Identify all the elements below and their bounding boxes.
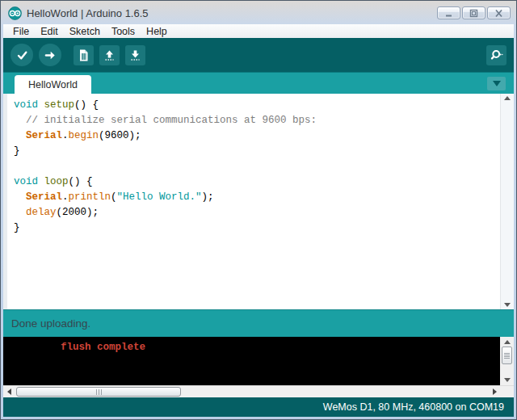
serial-monitor-button[interactable]	[486, 45, 506, 65]
tabbar: HelloWorld	[3, 72, 514, 94]
horizontal-scrollbar[interactable]	[3, 386, 500, 397]
checkmark-icon	[15, 48, 29, 62]
code-editor: void setup() { // initialize serial comm…	[3, 94, 514, 309]
maximize-button[interactable]	[462, 6, 485, 19]
arrow-right-icon	[44, 48, 57, 62]
console-scroll-up-icon[interactable]	[504, 340, 511, 344]
code-line: Serial.println("Hello World.");	[14, 190, 497, 205]
menu-file[interactable]: File	[7, 26, 35, 37]
close-icon	[493, 8, 505, 19]
arduino-ide-window: HelloWorld | Arduino 1.6.5 FileEditSketc…	[0, 0, 517, 420]
console-scroll-down-icon[interactable]	[504, 378, 511, 382]
new-sketch-button[interactable]	[74, 45, 94, 65]
scroll-down-icon[interactable]	[504, 303, 511, 307]
menu-help[interactable]: Help	[141, 26, 173, 37]
toolbar	[3, 38, 514, 72]
horizontal-scrollbar-thumb[interactable]	[16, 387, 181, 397]
code-line	[14, 159, 497, 174]
code-line: Serial.begin(9600);	[14, 128, 497, 144]
console-output: flush complete	[3, 337, 500, 385]
titlebar: HelloWorld | Arduino 1.6.5	[3, 3, 514, 24]
console-scrollbar-thumb[interactable]	[502, 346, 512, 364]
scroll-right-icon[interactable]	[489, 386, 500, 397]
menu-sketch[interactable]: Sketch	[64, 26, 106, 37]
maximize-icon	[468, 8, 480, 19]
tab-helloworld[interactable]: HelloWorld	[15, 75, 91, 94]
open-button[interactable]	[99, 45, 120, 65]
horizontal-scrollbar-row	[3, 385, 514, 397]
scroll-up-icon[interactable]	[504, 96, 511, 100]
code-line: }	[14, 144, 497, 159]
close-button[interactable]	[487, 6, 511, 19]
code-area[interactable]: void setup() { // initialize serial comm…	[7, 94, 500, 309]
arduino-logo-icon	[8, 6, 22, 20]
console-line: flush complete	[61, 342, 500, 353]
upload-button[interactable]	[39, 44, 61, 66]
minimize-icon	[443, 8, 455, 19]
minimize-button[interactable]	[437, 6, 460, 19]
save-button[interactable]	[125, 45, 145, 65]
menu-edit[interactable]: Edit	[35, 26, 64, 37]
arrow-down-icon	[128, 48, 142, 62]
triangle-down-icon	[493, 81, 501, 86]
console-vertical-scrollbar[interactable]	[500, 337, 514, 385]
code-line: void setup() {	[14, 98, 497, 113]
code-line: void loop() {	[14, 174, 497, 190]
editor-vertical-scrollbar[interactable]	[500, 94, 514, 309]
document-icon	[77, 48, 90, 62]
scroll-left-icon[interactable]	[3, 386, 15, 397]
status-message: Done uploading.	[11, 317, 90, 330]
window-controls	[437, 6, 511, 19]
window-title: HelloWorld | Arduino 1.6.5	[27, 7, 437, 19]
menubar: FileEditSketchToolsHelp	[3, 24, 514, 38]
status-bar: Done uploading.	[3, 309, 514, 337]
code-line: }	[14, 220, 497, 236]
menu-tools[interactable]: Tools	[106, 26, 141, 37]
tab-dropdown-button[interactable]	[487, 77, 506, 90]
tab-label: HelloWorld	[28, 79, 78, 90]
board-status-footer: WeMos D1, 80 MHz, 460800 on COM19	[3, 397, 514, 417]
verify-button[interactable]	[11, 44, 33, 66]
scrollbar-corner	[500, 386, 514, 397]
code-line: delay(2000);	[14, 205, 497, 220]
magnifier-icon	[490, 48, 503, 62]
console-row: flush complete	[3, 337, 514, 385]
code-line: // initialize serial communications at 9…	[14, 113, 497, 128]
arrow-up-icon	[103, 48, 116, 62]
board-info: WeMos D1, 80 MHz, 460800 on COM19	[323, 401, 504, 413]
